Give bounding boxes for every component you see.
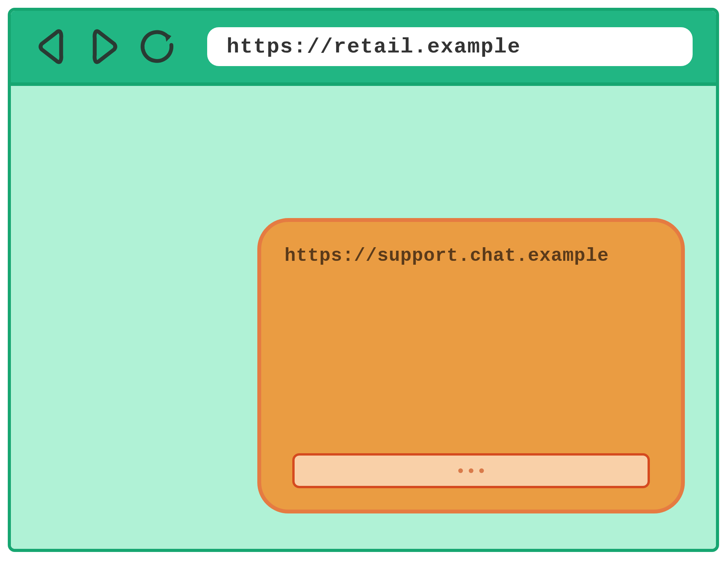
chat-input[interactable] <box>292 453 650 488</box>
chat-iframe-url: https://support.chat.example <box>285 245 658 266</box>
reload-button[interactable] <box>139 27 178 66</box>
typing-indicator-icon <box>458 468 484 473</box>
browser-window: https://retail.example https://support.c… <box>8 8 719 552</box>
forward-icon <box>87 27 122 66</box>
chat-widget: https://support.chat.example <box>257 218 685 513</box>
forward-button[interactable] <box>87 27 122 66</box>
browser-toolbar: https://retail.example <box>11 11 716 85</box>
page-content: https://support.chat.example <box>11 85 716 549</box>
back-button[interactable] <box>34 27 69 66</box>
reload-icon <box>139 27 178 66</box>
back-icon <box>34 27 69 66</box>
url-text: https://retail.example <box>227 35 521 59</box>
url-bar[interactable]: https://retail.example <box>207 27 693 66</box>
